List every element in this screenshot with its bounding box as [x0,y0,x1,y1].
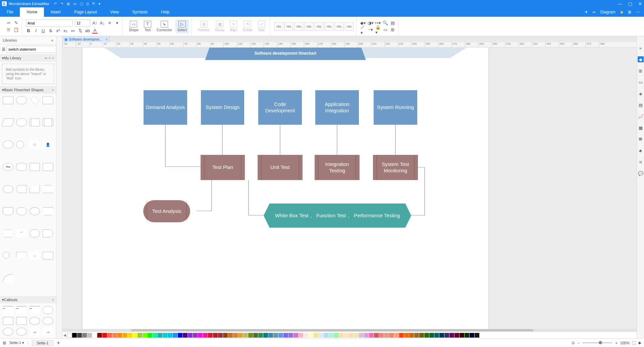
color-swatch[interactable] [359,333,364,338]
line-spacing-icon[interactable]: ⇅ [77,28,83,34]
color-swatch[interactable] [339,333,343,338]
color-swatch[interactable] [243,333,248,338]
color-swatch[interactable] [329,333,333,338]
font-color-icon[interactable]: A [92,28,98,34]
color-swatch[interactable] [112,333,117,338]
horizontal-scrollbar[interactable] [62,329,637,332]
expand-right-icon[interactable]: » [638,45,644,51]
color-swatch[interactable] [87,333,92,338]
color-swatch[interactable] [258,333,263,338]
maximize-icon[interactable]: ▢ [628,1,632,6]
shape-trap2[interactable] [43,207,53,215]
shape-terminator[interactable] [16,118,27,126]
color-swatch[interactable] [268,333,273,338]
color-swatch[interactable] [263,333,268,338]
color-swatch[interactable] [293,333,298,338]
shape-ring[interactable] [3,185,13,193]
table-icon[interactable]: ▦ [638,125,644,131]
shape-connector-circle[interactable] [3,252,9,258]
subscript-icon[interactable]: x₂ [63,28,68,34]
cut-icon[interactable]: ✂ [6,20,11,26]
shape-actor[interactable]: ☺ [30,140,40,149]
callout-rect[interactable] [43,306,53,314]
shape-hexagon[interactable] [3,229,13,237]
color-swatch[interactable] [354,333,359,338]
shape-whitebox-hex[interactable]: White Box Test 、 Function Test 、 Perform… [264,204,411,228]
find-icon[interactable]: 🔍 [383,20,388,26]
color-swatch[interactable] [248,333,253,338]
send-icon[interactable]: ✈ [585,10,588,14]
callout-cloud[interactable]: ☁ [30,328,40,336]
new-icon[interactable]: ⊞ [67,2,70,6]
shape-stadium[interactable] [16,207,27,215]
color-swatch[interactable] [203,333,208,338]
my-library-header[interactable]: ▾ My Library ⇥+× [0,54,56,62]
align-dropdown-icon[interactable]: ▾ [114,20,120,26]
basic-shapes-header[interactable]: ▾ Basic Flowchart Shapes × [0,86,56,94]
color-swatch[interactable] [188,333,193,338]
copy-icon[interactable]: ⎘ [6,27,11,33]
color-swatch[interactable] [143,333,147,338]
color-swatch[interactable] [198,333,203,338]
shape-demand-analysis[interactable]: Demand Analysis [144,90,187,125]
color-swatch[interactable] [127,333,132,338]
color-swatch[interactable] [233,333,238,338]
shape-pill[interactable] [30,229,40,237]
style-4[interactable]: Abc [305,22,313,31]
callout-line1[interactable]: ─ [3,306,13,314]
tree-icon[interactable]: ♣ [638,148,644,154]
shadow-icon[interactable]: ◑▾ [368,20,373,26]
color-swatch[interactable] [213,333,218,338]
shape-predefined[interactable] [43,118,53,126]
callout-think[interactable] [3,328,13,336]
callout-line3[interactable]: ─ [30,306,40,314]
color-swatch[interactable] [153,333,157,338]
color-swatch[interactable] [374,333,379,338]
shape-yes[interactable]: Yes [3,163,13,171]
menu-insert[interactable]: Insert [44,7,67,17]
add-page-button[interactable]: + [57,340,60,346]
color-swatch[interactable] [158,333,162,338]
color-swatch[interactable] [102,333,107,338]
bold-icon[interactable]: B [26,28,31,34]
shape-card[interactable] [43,96,53,104]
color-swatch[interactable] [364,333,369,338]
collapse-panel-icon[interactable]: « [51,38,53,42]
line-dash-icon[interactable]: ┈▾ [368,27,373,33]
color-swatch[interactable] [409,333,414,338]
color-swatch[interactable] [419,333,424,338]
color-swatch[interactable] [465,333,469,338]
shape-halfcyl[interactable] [16,185,27,193]
color-swatch[interactable] [288,333,293,338]
color-swatch[interactable] [82,333,87,338]
zoom-in-icon[interactable]: + [615,341,617,345]
underline-icon[interactable]: U [41,28,46,34]
diagram-label[interactable]: Diagram [600,10,615,14]
shape-oval2[interactable] [30,207,40,215]
callout-bubble2[interactable] [43,317,53,325]
color-swatch[interactable] [253,333,258,338]
color-swatch[interactable] [148,333,152,338]
shape-card2[interactable] [43,163,53,171]
zoom-slider[interactable] [582,342,612,343]
color-swatch[interactable] [314,333,318,338]
color-swatch[interactable] [72,333,77,338]
callout-bubble[interactable] [30,317,40,325]
line-style-icon[interactable]: ／▾ [361,27,366,33]
color-swatch[interactable] [349,333,354,338]
palette-scroll-left-icon[interactable]: ◂ [62,332,67,338]
color-swatch[interactable] [107,333,112,338]
print-icon[interactable]: ⎙ [87,2,89,6]
style-1[interactable]: Abc [274,22,283,31]
color-swatch[interactable] [399,333,404,338]
color-swatch[interactable] [97,333,102,338]
more-icon[interactable]: ⋯ [636,10,640,14]
grid-icon[interactable]: ⊞ [628,10,631,14]
close-section-icon[interactable]: × [52,56,54,60]
canvas[interactable]: Software development flowchart Demand An… [62,48,637,332]
color-swatch[interactable] [238,333,243,338]
diamond-icon[interactable]: ◆ [620,10,623,14]
fit-view-icon[interactable]: ◎ [572,341,575,345]
menu-home[interactable]: Home [20,7,44,17]
color-swatch[interactable] [208,333,213,338]
